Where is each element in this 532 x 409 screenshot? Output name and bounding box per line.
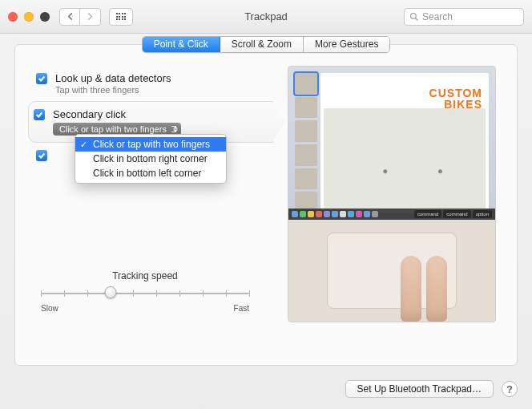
forward-button[interactable] [80,8,101,26]
gesture-preview: CUSTOM BIKES command command option [288,66,496,322]
tracking-speed-slider: Tracking speed Slow Fast [41,270,249,313]
tab-more-gestures[interactable]: More Gestures [304,37,389,52]
preview-screen: CUSTOM BIKES [288,67,495,220]
tabs: Point & Click Scroll & Zoom More Gesture… [33,45,499,53]
preview-thumbnails [295,73,317,213]
preview-headline: CUSTOM BIKES [429,87,482,110]
back-button[interactable] [59,8,80,26]
dropdown-item-bottom-right[interactable]: Click in bottom right corner [75,152,226,166]
svg-line-1 [416,18,418,20]
slider-label: Tracking speed [41,270,249,281]
nav-buttons [59,8,101,26]
secondary-click-dropdown: ✓ Click or tap with two fingers Click in… [75,134,227,184]
option-secondary-title: Secondary click [53,108,181,120]
minimize-window-icon[interactable] [24,12,34,22]
dropdown-item-bottom-left[interactable]: Click in bottom left corner [75,166,226,180]
zoom-window-icon [40,12,50,22]
preview-keys: command command option [414,210,492,218]
options-list: Look up & data detectors Tap with three … [33,66,273,322]
search-icon [409,12,419,22]
preview-trackpad: command command option [288,220,495,322]
dropdown-item-label: Click or tap with two fingers [93,139,210,150]
slider-max: Fast [234,304,249,313]
preview-page: CUSTOM BIKES [320,73,489,213]
show-all-button[interactable] [109,8,133,26]
window-title: Trackpad [244,10,288,22]
dropdown-item-label: Click in bottom left corner [93,168,201,179]
search-placeholder: Search [422,11,453,22]
close-window-icon[interactable] [8,12,18,22]
checkbox-third[interactable] [36,150,47,161]
dropdown-item-label: Click in bottom right corner [93,153,208,164]
window: Trackpad Search Point & Click Scroll & Z… [0,0,532,409]
slider-knob[interactable] [104,286,116,298]
checkmark-icon: ✓ [80,140,87,150]
tab-scroll-zoom[interactable]: Scroll & Zoom [220,37,304,52]
popup-label: Click or tap with two fingers [59,124,167,134]
slider-min: Slow [41,304,58,313]
search-field[interactable]: Search [404,8,524,26]
checkbox-lookup[interactable] [36,73,47,84]
traffic-lights [8,12,50,22]
help-button[interactable]: ? [502,381,518,397]
option-lookup[interactable]: Look up & data detectors Tap with three … [33,66,273,101]
footer: Set Up Bluetooth Trackpad… ? [345,380,518,398]
setup-bluetooth-button[interactable]: Set Up Bluetooth Trackpad… [345,380,494,398]
checkbox-secondary[interactable] [34,109,45,120]
slider-track[interactable] [41,286,249,301]
option-lookup-title: Look up & data detectors [55,72,171,84]
svg-point-0 [411,13,417,18]
titlebar: Trackpad Search [0,0,532,34]
dropdown-item-two-fingers[interactable]: ✓ Click or tap with two fingers [75,137,226,152]
popup-caret-icon [173,127,178,132]
grid-icon [116,13,127,20]
preview-fingers [401,256,455,322]
content-panel: Point & Click Scroll & Zoom More Gesture… [14,44,518,366]
tab-point-click[interactable]: Point & Click [143,37,220,52]
option-lookup-sub: Tap with three fingers [55,85,171,95]
